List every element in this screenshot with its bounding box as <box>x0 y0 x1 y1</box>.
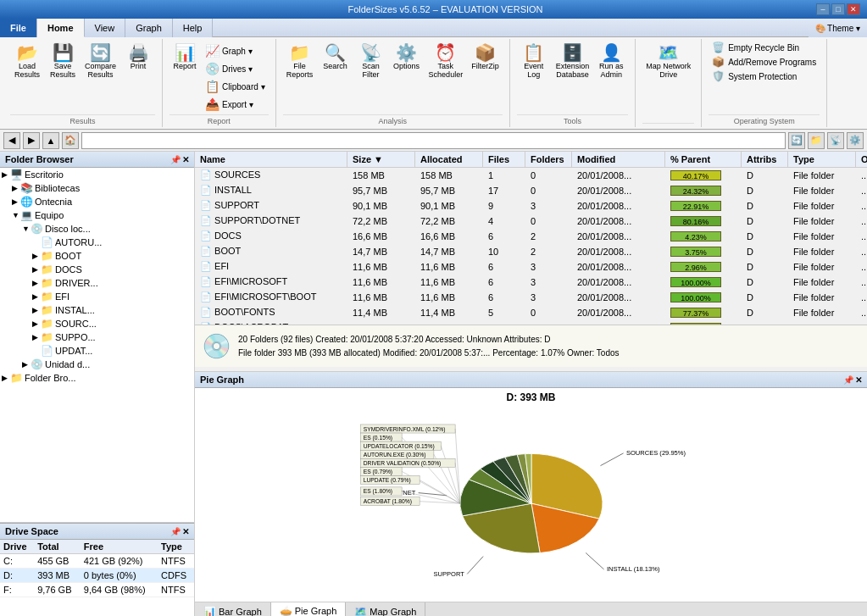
tree-item-unidad[interactable]: ▶ 💿 Unidad d... <box>0 358 194 371</box>
forward-button[interactable]: ▶ <box>23 132 40 149</box>
bar-graph-tab[interactable]: 📊 Bar Graph <box>195 602 271 616</box>
tree-item-support[interactable]: ▶ 📁 SUPPO... <box>0 330 194 344</box>
drive-col-type[interactable]: Type <box>158 540 194 554</box>
run-as-admin-button[interactable]: 👤 Run asAdmin <box>594 42 628 80</box>
map-network-drive-button[interactable]: 🗺️ Map NetworkDrive <box>642 42 694 80</box>
add-remove-programs-button[interactable]: 📦 Add/Remove Programs <box>709 55 820 69</box>
home-button[interactable]: 🏠 <box>62 132 79 149</box>
tab-file[interactable]: File <box>0 19 37 37</box>
col-attribs[interactable]: Attribs <box>742 152 788 167</box>
tree-item-equipo[interactable]: ▼ 💻 Equipo <box>0 208 194 222</box>
save-results-button[interactable]: 💾 SaveResults <box>46 42 80 80</box>
col-allocated[interactable]: Allocated <box>415 152 483 167</box>
system-protection-button[interactable]: 🛡️ System Protection <box>709 69 820 83</box>
col-name[interactable]: Name <box>195 152 347 167</box>
col-other[interactable]: O... <box>856 152 867 167</box>
file-cell: 📄 BOOT <box>195 244 347 258</box>
up-button[interactable]: ▲ <box>42 132 59 149</box>
search-button[interactable]: 🔍 Search <box>319 42 353 72</box>
graph-dropdown[interactable]: 📈 Graph ▾ <box>202 42 269 59</box>
options-button[interactable]: ⚙️ Options <box>390 42 424 72</box>
tree-item-disco[interactable]: ▼ 💿 Disco loc... <box>0 222 194 236</box>
options-addr-button[interactable]: ⚙️ <box>847 132 864 149</box>
pie-pin[interactable]: 📌 <box>843 375 853 385</box>
load-results-button[interactable]: 📂 LoadResults <box>10 42 44 80</box>
pie-close[interactable]: ✕ <box>855 375 862 385</box>
col-type[interactable]: Type <box>788 152 856 167</box>
window-controls[interactable]: – □ ✕ <box>816 3 860 15</box>
tree-item-sources[interactable]: ▶ 📁 SOURC... <box>0 317 194 330</box>
tree-item-efi[interactable]: ▶ 📁 EFI <box>0 290 194 303</box>
refresh-button[interactable]: 🔄 <box>788 132 805 149</box>
empty-recycle-bin-button[interactable]: 🗑️ Empty Recycle Bin <box>709 41 820 54</box>
col-folders[interactable]: Folders <box>525 152 572 167</box>
report-button[interactable]: 📊 Report <box>170 42 200 72</box>
print-button[interactable]: 🖨️ Print <box>121 42 155 72</box>
col-modified[interactable]: Modified <box>572 152 665 167</box>
clipboard-dropdown[interactable]: 📋 Clipboard ▾ <box>202 78 269 95</box>
pie-graph-tab[interactable]: 🥧 Pie Graph <box>271 602 347 616</box>
drive-col-free[interactable]: Free <box>81 540 158 554</box>
back-button[interactable]: ◀ <box>3 132 20 149</box>
drive-space-title: Drive Space <box>5 526 58 536</box>
minimize-button[interactable]: – <box>816 3 830 15</box>
tree-item-folder-bro[interactable]: ▶ 📁 Folder Bro... <box>0 371 194 385</box>
close-button[interactable]: ✕ <box>847 3 860 15</box>
tree-item-bibliotecas[interactable]: ▶ 📚 Bibliotecas <box>0 181 194 195</box>
file-row[interactable]: 📄 SOURCES158 MB158 MB1020/01/2008...40.1… <box>195 168 867 183</box>
drive-space-close[interactable]: ✕ <box>182 527 189 536</box>
file-row[interactable]: 📄 DOCS\ACROBAT9,50 MB9,51 MB1020/01/2008… <box>195 320 867 325</box>
address-input[interactable]: D:\ <box>81 132 786 149</box>
file-row[interactable]: 📄 EFI\MICROSOFT\BOOT11,6 MB11,6 MB6320/0… <box>195 290 867 305</box>
maximize-button[interactable]: □ <box>831 3 845 15</box>
col-pct-parent[interactable]: % Parent <box>665 152 742 167</box>
file-row[interactable]: 📄 EFI\MICROSOFT11,6 MB11,6 MB6320/01/200… <box>195 275 867 290</box>
folder-browser-close[interactable]: ✕ <box>182 155 189 164</box>
file-row[interactable]: 📄 SUPPORT\DOTNET72,2 MB72,2 MB4020/01/20… <box>195 214 867 229</box>
drive-row[interactable]: F:9,76 GB9,64 GB (98%)NTFS <box>0 583 194 597</box>
file-row[interactable]: 📄 SUPPORT90,1 MB90,1 MB9320/01/2008...22… <box>195 198 867 214</box>
tree-item-docs[interactable]: ▶ 📁 DOCS <box>0 263 194 276</box>
event-log-button[interactable]: 📋 EventLog <box>517 42 551 80</box>
theme-button[interactable]: 🎨 Theme ▾ <box>809 19 868 37</box>
drive-col-total[interactable]: Total <box>34 540 81 554</box>
scan-filter-button[interactable]: 📡 ScanFilter <box>354 42 388 80</box>
file-row[interactable]: 📄 DOCS16,6 MB16,6 MB6220/01/2008...4.23%… <box>195 229 867 244</box>
tree-item-ontecnia[interactable]: ▶ 🌐 Ontecnia <box>0 195 194 208</box>
search-icon: 🔍 <box>325 44 346 61</box>
col-files[interactable]: Files <box>483 152 525 167</box>
drive-table: Drive Total Free Type C:455 GB421 GB (92… <box>0 540 194 597</box>
export-dropdown[interactable]: 📤 Export ▾ <box>202 96 269 113</box>
tab-home[interactable]: Home <box>37 19 85 37</box>
col-size[interactable]: Size ▼ <box>347 152 415 167</box>
tab-view[interactable]: View <box>85 19 126 37</box>
tree-item-install[interactable]: ▶ 📁 INSTAL... <box>0 303 194 317</box>
task-scheduler-button[interactable]: ⏰ TaskScheduler <box>425 42 467 80</box>
folder-icon-button[interactable]: 📁 <box>808 132 825 149</box>
tree-item-escritorio[interactable]: ▶ 🖥️ Escritorio <box>0 168 194 181</box>
extension-database-button[interactable]: 🗄️ ExtensionDatabase <box>553 42 593 80</box>
drive-row[interactable]: D:393 MB0 bytes (0%)CDFS <box>0 569 194 583</box>
file-row[interactable]: 📄 BOOT14,7 MB14,7 MB10220/01/2008...3.75… <box>195 244 867 259</box>
drive-space-pin[interactable]: 📌 <box>170 527 181 536</box>
file-row[interactable]: 📄 BOOT\FONTS11,4 MB11,4 MB5020/01/2008..… <box>195 305 867 320</box>
tree-item-boot[interactable]: ▶ 📁 BOOT <box>0 249 194 263</box>
tab-help[interactable]: Help <box>173 19 214 37</box>
filterzip-button[interactable]: 📦 FilterZip <box>468 42 503 72</box>
folder-browser-pin[interactable]: 📌 <box>170 155 181 164</box>
tree-item-driver[interactable]: ▶ 📁 DRIVER... <box>0 276 194 290</box>
tab-graph[interactable]: Graph <box>125 19 173 37</box>
tree-item-autorun[interactable]: 📄 AUTORU... <box>0 236 194 249</box>
map-graph-tab[interactable]: 🗺️ Map Graph <box>346 602 425 616</box>
file-info-details: 20 Folders (92 files) Created: 20/01/200… <box>238 333 860 360</box>
file-cell: ... <box>856 291 867 304</box>
drive-row[interactable]: C:455 GB421 GB (92%)NTFS <box>0 554 194 569</box>
drives-dropdown[interactable]: 💿 Drives ▾ <box>202 60 269 77</box>
file-reports-button[interactable]: 📁 FileReports <box>283 42 317 80</box>
tree-item-update[interactable]: 📄 UPDAT... <box>0 344 194 358</box>
scan-button[interactable]: 📡 <box>827 132 844 149</box>
file-row[interactable]: 📄 EFI11,6 MB11,6 MB6320/01/2008...2.96%D… <box>195 259 867 275</box>
compare-results-button[interactable]: 🔄 CompareResults <box>81 42 119 80</box>
file-row[interactable]: 📄 INSTALL95,7 MB95,7 MB17020/01/2008...2… <box>195 183 867 198</box>
drive-col-drive[interactable]: Drive <box>0 540 34 554</box>
